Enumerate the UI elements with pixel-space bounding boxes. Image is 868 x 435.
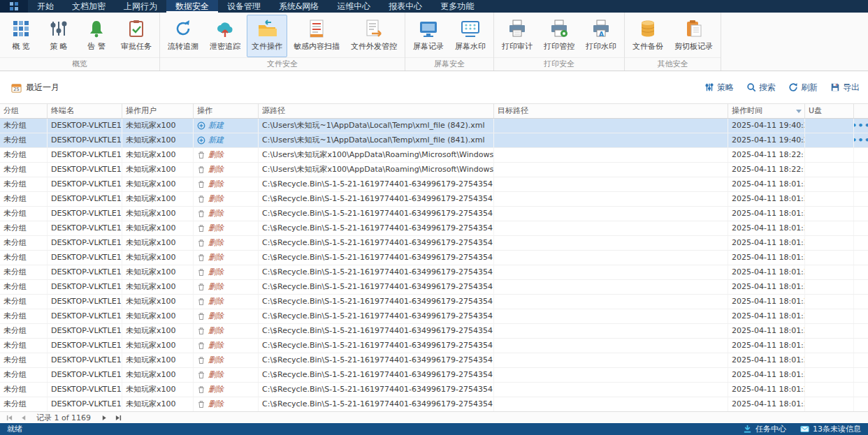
cell-usb	[805, 163, 854, 177]
table-row[interactable]: 未分组 DESKTOP-VLKTLE1 未知玩家x100 删除 C:\$Recy…	[0, 251, 868, 265]
cell-target-path	[494, 192, 728, 206]
task-center-button[interactable]: 任务中心	[743, 424, 786, 434]
pager-next-button[interactable]	[99, 413, 109, 422]
cell-usb	[805, 353, 854, 367]
ribbon-button-print-watermark[interactable]: A 打印水印	[581, 15, 621, 57]
column-header-target-path[interactable]: 目标路径	[494, 104, 728, 118]
cell-terminal: DESKTOP-VLKTLE1	[48, 280, 122, 294]
menu-item[interactable]: 运维中心	[328, 0, 379, 13]
cell-source-path: C:\Users\未知玩家x100\AppData\Roaming\Micros…	[259, 148, 494, 162]
pager-last-button[interactable]	[113, 413, 123, 422]
ribbon-button-leak-tracking[interactable]: 泄密追踪	[205, 15, 245, 57]
unread-messages-label: 13条未读信息	[813, 424, 861, 434]
table-row[interactable]: 未分组 DESKTOP-VLKTLE1 未知玩家x100 删除 C:\$Recy…	[0, 353, 868, 368]
row-menu-button[interactable]: •••	[854, 122, 868, 129]
ribbon-button-file-operations[interactable]: 文件操作	[247, 15, 287, 57]
column-header-usb[interactable]: U盘	[805, 104, 854, 118]
cell-operation: 删除	[194, 192, 259, 206]
cell-user: 未知玩家x100	[122, 397, 194, 411]
cell-target-path	[494, 251, 728, 265]
ribbon-button-alert[interactable]: 告 警	[78, 15, 115, 57]
table-row[interactable]: 未分组 DESKTOP-VLKTLE1 未知玩家x100 删除 C:\$Recy…	[0, 207, 868, 221]
column-header-time[interactable]: 操作时间	[728, 104, 805, 118]
column-header-user[interactable]: 操作用户	[122, 104, 194, 118]
pager-first-button[interactable]	[4, 413, 14, 422]
menu-item[interactable]: 开始	[28, 0, 63, 13]
op-label: 删除	[208, 368, 224, 382]
export-button[interactable]: 导出	[830, 82, 860, 94]
table-row[interactable]: 未分组 DESKTOP-VLKTLE1 未知玩家x100 删除 C:\$Recy…	[0, 236, 868, 251]
table-row[interactable]: 未分组 DESKTOP-VLKTLE1 未知玩家x100 删除 C:\Users…	[0, 148, 868, 163]
ribbon-button-file-backup[interactable]: 文件备份	[628, 15, 668, 57]
ribbon-button-overview[interactable]: 概 览	[3, 15, 39, 57]
table-row[interactable]: 未分组 DESKTOP-VLKTLE1 未知玩家x100 删除 C:\$Recy…	[0, 383, 868, 397]
table-row[interactable]: 未分组 DESKTOP-VLKTLE1 未知玩家x100 删除 C:\$Recy…	[0, 265, 868, 280]
app-logo[interactable]	[0, 0, 28, 13]
date-range-filter[interactable]: 25 最近一月	[11, 82, 59, 94]
cell-terminal: DESKTOP-VLKTLE1	[48, 119, 122, 133]
table-row[interactable]: 未分组 DESKTOP-VLKTLE1 未知玩家x100 删除 C:\$Recy…	[0, 368, 868, 383]
menu-item[interactable]: 系统&网络	[270, 0, 328, 13]
column-header-group[interactable]: 分组	[0, 104, 48, 118]
cell-operation: 删除	[194, 309, 259, 323]
table-row[interactable]: 未分组 DESKTOP-VLKTLE1 未知玩家x100 删除 C:\$Recy…	[0, 295, 868, 309]
unread-messages-button[interactable]: 13条未读信息	[800, 424, 861, 434]
table-row[interactable]: 未分组 DESKTOP-VLKTLE1 未知玩家x100 删除 C:\$Recy…	[0, 177, 868, 192]
mail-icon	[800, 425, 809, 434]
cell-usb	[805, 324, 854, 338]
svg-text:A: A	[599, 31, 604, 38]
table-row[interactable]: 未分组 DESKTOP-VLKTLE1 未知玩家x100 新建 C:\Users…	[0, 133, 868, 148]
cell-target-path	[494, 339, 728, 353]
cell-user: 未知玩家x100	[122, 295, 194, 309]
menu-item-label: 上网行为	[124, 1, 157, 13]
cell-user: 未知玩家x100	[122, 133, 194, 147]
policy-filter-button[interactable]: 策略	[704, 82, 734, 94]
table-row[interactable]: 未分组 DESKTOP-VLKTLE1 未知玩家x100 新建 C:\Users…	[0, 119, 868, 133]
trash-icon	[197, 400, 205, 408]
table-row[interactable]: 未分组 DESKTOP-VLKTLE1 未知玩家x100 删除 C:\$Recy…	[0, 309, 868, 324]
cell-terminal: DESKTOP-VLKTLE1	[48, 251, 122, 265]
menu-item[interactable]: 更多功能	[431, 0, 483, 13]
table-row[interactable]: 未分组 DESKTOP-VLKTLE1 未知玩家x100 删除 C:\$Recy…	[0, 339, 868, 353]
table-row[interactable]: 未分组 DESKTOP-VLKTLE1 未知玩家x100 删除 C:\$Recy…	[0, 397, 868, 411]
ribbon-button-approval-tasks[interactable]: 审批任务	[116, 15, 157, 57]
cell-source-path: C:\$Recycle.Bin\S-1-5-21-1619774401-6349…	[259, 207, 494, 221]
cell-usb	[805, 339, 854, 353]
ribbon-button-screen-watermark[interactable]: 屏幕水印	[450, 15, 491, 57]
search-button[interactable]: 搜索	[746, 82, 776, 94]
column-header-source-path[interactable]: 源路径	[259, 104, 494, 118]
column-header-operation[interactable]: 操作	[194, 104, 259, 118]
cell-target-path	[494, 353, 728, 367]
ribbon-button-print-control[interactable]: 打印管控	[539, 15, 579, 57]
refresh-button[interactable]: 刷新	[788, 82, 818, 94]
row-menu-button[interactable]: •••	[854, 137, 868, 144]
menu-item[interactable]: 报表中心	[379, 0, 431, 13]
op-label: 删除	[208, 251, 224, 265]
table-row[interactable]: 未分组 DESKTOP-VLKTLE1 未知玩家x100 删除 C:\Users…	[0, 163, 868, 177]
menu-item[interactable]: 文档加密	[63, 0, 115, 13]
cell-terminal: DESKTOP-VLKTLE1	[48, 177, 122, 191]
cell-user: 未知玩家x100	[122, 324, 194, 338]
ribbon-button-outgoing-file-control[interactable]: 文件外发管控	[346, 15, 402, 57]
filter-dropdown-icon[interactable]	[796, 110, 802, 113]
table-row[interactable]: 未分组 DESKTOP-VLKTLE1 未知玩家x100 删除 C:\$Recy…	[0, 221, 868, 236]
table-row[interactable]: 未分组 DESKTOP-VLKTLE1 未知玩家x100 删除 C:\$Recy…	[0, 324, 868, 339]
menu-item-label: 系统&网络	[279, 1, 319, 13]
ribbon-button-flow-trace[interactable]: 流转追溯	[163, 15, 203, 57]
menu-item[interactable]: 数据安全	[166, 0, 218, 13]
ribbon-button-policy[interactable]: 策 略	[41, 15, 77, 57]
pager-prev-button[interactable]	[18, 413, 28, 422]
ribbon-button-print-audit[interactable]: 打印审计	[497, 15, 537, 57]
table-row[interactable]: 未分组 DESKTOP-VLKTLE1 未知玩家x100 删除 C:\$Recy…	[0, 280, 868, 295]
table-row[interactable]: 未分组 DESKTOP-VLKTLE1 未知玩家x100 删除 C:\$Recy…	[0, 192, 868, 207]
date-range-label: 最近一月	[26, 82, 59, 94]
refresh-icon	[788, 82, 798, 92]
cell-group: 未分组	[0, 324, 48, 338]
menu-item[interactable]: 设备管理	[218, 0, 270, 13]
ribbon-button-sensitive-content-scan[interactable]: 敏感内容扫描	[289, 15, 345, 57]
policy-sliders-icon	[704, 82, 714, 92]
column-header-terminal[interactable]: 终端名	[48, 104, 122, 118]
ribbon-button-clipboard-record[interactable]: 剪切板记录	[670, 15, 718, 57]
ribbon-button-screen-record[interactable]: 屏幕记录	[408, 15, 449, 57]
menu-item[interactable]: 上网行为	[115, 0, 166, 13]
